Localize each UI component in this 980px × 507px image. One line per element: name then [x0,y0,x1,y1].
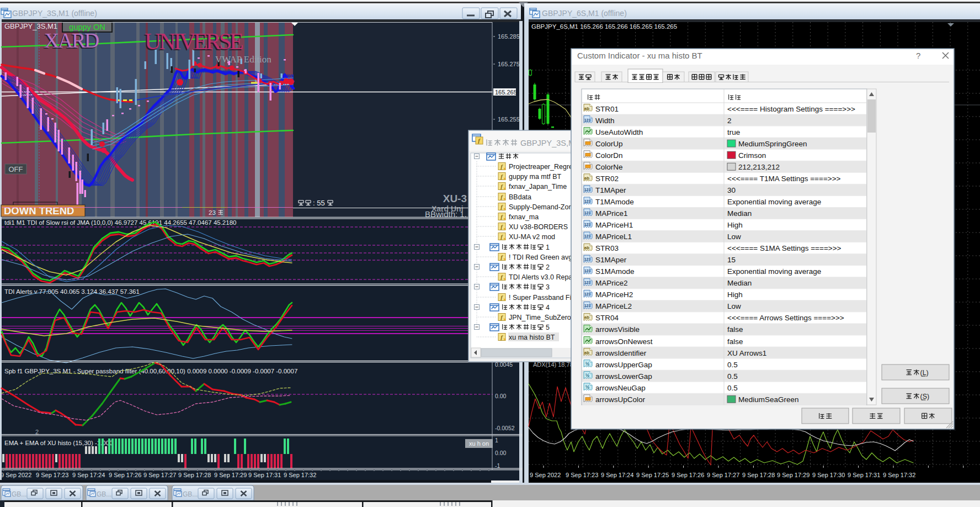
svg-text:Exponential moving average: Exponential moving average [727,198,821,206]
svg-text:High: High [727,221,743,229]
svg-text:STR04: STR04 [595,314,619,322]
svg-text:MAPriceH2: MAPriceH2 [595,291,633,299]
svg-text:165.255: 165.255 [498,116,520,123]
svg-text:123: 123 [584,304,591,308]
svg-text:GBPJPY_6S,M1 (offline): GBPJPY_6S,M1 (offline) [542,9,627,18]
svg-text:?: ? [916,51,920,60]
svg-text:arrowsUpColor: arrowsUpColor [595,395,646,404]
svg-text:: 55: : 55 [313,199,325,207]
svg-text:XU Arrows1: XU Arrows1 [727,349,766,357]
svg-text:1: 1 [546,244,550,251]
svg-text:9 Sep 17:32: 9 Sep 17:32 [284,472,316,478]
svg-text:fxnav_ma: fxnav_ma [509,213,539,221]
svg-text:9 Sep 17:23: 9 Sep 17:23 [36,472,68,478]
svg-text:S1MAmode: S1MAmode [595,267,635,276]
svg-text:EMA + EMA of XU histo (15,30): EMA + EMA of XU histo (15,30) -1.000 [4,440,113,446]
svg-text:123: 123 [584,281,591,284]
svg-text:Spb f1 GBPJPY_3S M1 - Super pa: Spb f1 GBPJPY_3S M1 - Super passband fil… [4,368,297,374]
svg-text:ColorUp: ColorUp [595,140,623,148]
svg-text:½: ½ [585,384,590,390]
svg-text:ab: ab [584,106,589,111]
svg-text:123: 123 [584,118,591,122]
svg-text:arrowsLowerGap: arrowsLowerGap [595,372,652,381]
svg-text:165.285: 165.285 [498,33,520,40]
svg-text:9 Sep 17:32: 9 Sep 17:32 [883,472,915,478]
svg-text:T1MAmode: T1MAmode [595,198,634,206]
svg-text:Low: Low [727,302,741,310]
svg-text:Projectreaper_Regress: Projectreaper_Regress [509,163,580,171]
svg-text:OFF: OFF [9,165,23,173]
svg-text:123: 123 [584,211,591,215]
svg-text:ColorNe: ColorNe [595,163,623,171]
svg-text:<<<==== S1MA Settings ====>>: <<<==== S1MA Settings ====>>> [727,244,841,252]
svg-text:T1MAper: T1MAper [595,186,626,194]
svg-text:123: 123 [584,188,591,192]
svg-text:123: 123 [584,269,591,273]
svg-text:9 Sep 17:28: 9 Sep 17:28 [178,472,211,478]
svg-text:xu h on: xu h on [469,440,489,447]
svg-text:Custom Indicator - xu ma histo: Custom Indicator - xu ma histo BT [577,51,702,60]
svg-text:DOWN TREND: DOWN TREND [4,205,74,216]
svg-text:<<<==== Histogram Settings =: <<<==== Histogram Settings ====>>> [727,105,855,113]
svg-text:9 Sep 17:30: 9 Sep 17:30 [812,472,845,478]
svg-text:UNIVERSE: UNIVERSE [145,29,243,54]
svg-text:0.00: 0.00 [495,393,507,399]
svg-text:30: 30 [727,186,736,194]
svg-text:2: 2 [727,117,732,125]
svg-text:arrowsIdentifier: arrowsIdentifier [595,349,647,357]
svg-text:2: 2 [546,263,550,271]
svg-text:! Super Passband Filter: ! Super Passband Filter [509,294,581,302]
svg-text:arrowsNeuGap: arrowsNeuGap [595,384,646,392]
svg-text:0.5: 0.5 [727,384,738,392]
svg-text:MediumSeaGreen: MediumSeaGreen [738,395,799,404]
svg-text:0.5: 0.5 [727,372,738,381]
svg-text:MAPriceL2: MAPriceL2 [595,302,632,310]
svg-text:tdi1 M1 TDI of Slow rsi of JMA: tdi1 M1 TDI of Slow rsi of JMA (10,0,0) … [4,219,236,226]
svg-text:MAPriceH1: MAPriceH1 [595,221,633,229]
svg-text:arrowsOnNewest: arrowsOnNewest [595,337,653,346]
svg-text:0.0045: 0.0045 [495,361,513,368]
svg-text:! TDI Red Green avgs: ! TDI Red Green avgs [509,254,576,261]
svg-text:<<<==== Arrows Settings ====: <<<==== Arrows Settings ====>>> [727,314,844,322]
svg-text:GB...: GB... [183,490,198,498]
svg-text:165.265: 165.265 [495,89,517,96]
svg-text:arrowsUpperGap: arrowsUpperGap [595,361,652,369]
svg-text:Exponential moving average: Exponential moving average [727,267,821,276]
svg-text:S1MAper: S1MAper [595,256,627,264]
svg-text:GBPJPY_3S,M1 (offline): GBPJPY_3S,M1 (offline) [12,9,97,18]
svg-text:123: 123 [584,292,591,296]
svg-text:XU-MA v2 mod: XU-MA v2 mod [509,233,555,241]
svg-text:High: High [727,291,743,299]
svg-text:xu ma histo BT: xu ma histo BT [509,334,555,341]
svg-text:(L): (L) [920,369,929,377]
svg-text:165.275: 165.275 [498,61,520,67]
svg-text:XU v38-BORDERS: XU v38-BORDERS [509,223,568,231]
svg-text:false: false [727,325,743,334]
svg-text:BBdata: BBdata [509,193,531,201]
svg-text:MAPrice2: MAPrice2 [595,279,628,287]
svg-text:guppy ma mtf BT: guppy ma mtf BT [509,173,562,181]
svg-text:<<<==== T1MA Settings ====>>: <<<==== T1MA Settings ====>>> [727,175,841,183]
svg-text:-0.0052: -0.0052 [495,425,515,431]
svg-text:123: 123 [584,234,591,238]
svg-text:9 Sep 17:27: 9 Sep 17:27 [143,472,176,478]
svg-text:ColorDn: ColorDn [595,151,623,160]
svg-text:TDI Alerts v3.0 Repaire: TDI Alerts v3.0 Repaire [509,273,580,281]
svg-text:GB...: GB... [97,490,111,498]
svg-text:Supply-Demand-Zones: Supply-Demand-Zones [509,203,580,211]
svg-text:fxnav_Japan_Time: fxnav_Japan_Time [509,183,567,191]
svg-text:½: ½ [585,361,590,367]
svg-text:9 Sep 2022: 9 Sep 2022 [1,472,31,478]
svg-text:arrowsVisible: arrowsVisible [595,325,640,334]
svg-text:15: 15 [727,256,736,264]
svg-text:Low: Low [727,233,741,241]
svg-text:9 Sep 17:31: 9 Sep 17:31 [248,472,281,478]
svg-text:4: 4 [546,304,550,311]
svg-text:9 Sep 2022: 9 Sep 2022 [530,472,561,478]
svg-text:9 Sep 17:23: 9 Sep 17:23 [566,472,598,478]
svg-text:5: 5 [546,324,550,331]
svg-text:STR02: STR02 [595,175,619,183]
svg-text:MAPriceL1: MAPriceL1 [595,233,632,241]
svg-text:VWAP Edition: VWAP Edition [215,54,271,65]
svg-text:212,213,212: 212,213,212 [738,163,780,171]
